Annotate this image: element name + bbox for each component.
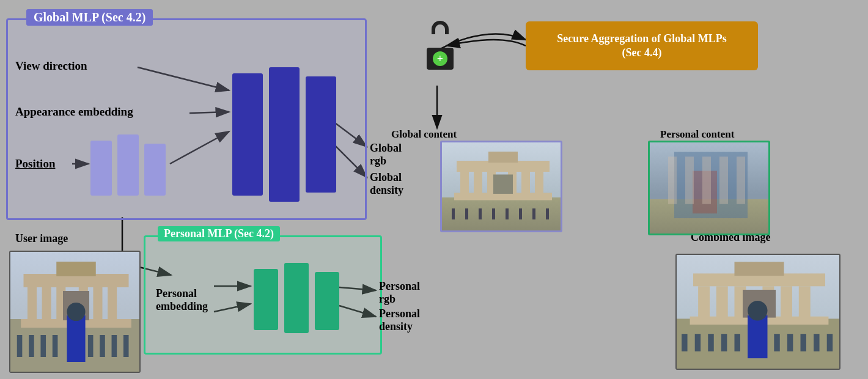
position-label: Position (15, 157, 55, 171)
user-image (9, 251, 141, 373)
personal-content-label: Personal content (660, 128, 734, 141)
personal-col-2 (284, 263, 309, 333)
global-rgb-label: Globalrgb (370, 142, 402, 167)
personal-col-3 (315, 272, 339, 330)
personal-density-label: Personaldensity (379, 307, 420, 333)
global-rgb-image (440, 141, 562, 232)
personal-embedding-label: Personalembedding (156, 287, 208, 313)
global-density-label: Globaldensity (370, 171, 403, 197)
personal-rgb-label: Personalrgb (379, 280, 420, 306)
position-col-1 (90, 141, 112, 196)
view-direction-label: View direction (15, 59, 87, 73)
secure-agg-label: Secure Aggregation of Global MLPs(Sec 4.… (557, 32, 726, 61)
lock-body: + (427, 48, 454, 70)
global-col-1 (232, 73, 263, 196)
combined-image (675, 254, 840, 370)
personal-col-1 (254, 269, 278, 330)
personal-mlp-label: Personal MLP (Sec 4.2) (158, 226, 280, 241)
user-image-label: User image (15, 232, 68, 245)
plus-icon: + (433, 51, 447, 66)
lock-icon: + (419, 28, 462, 76)
global-content-label: Global content (391, 128, 457, 141)
global-col-2 (269, 67, 300, 202)
position-col-3 (144, 144, 166, 196)
position-col-2 (117, 134, 139, 196)
appearance-embedding-label: Appearance embedding (15, 105, 133, 119)
global-mlp-label: Global MLP (Sec 4.2) (26, 9, 153, 26)
personal-content-image (648, 141, 770, 235)
global-col-3 (306, 76, 336, 193)
lock-shackle (432, 21, 449, 34)
secure-agg-box: Secure Aggregation of Global MLPs(Sec 4.… (526, 21, 758, 70)
